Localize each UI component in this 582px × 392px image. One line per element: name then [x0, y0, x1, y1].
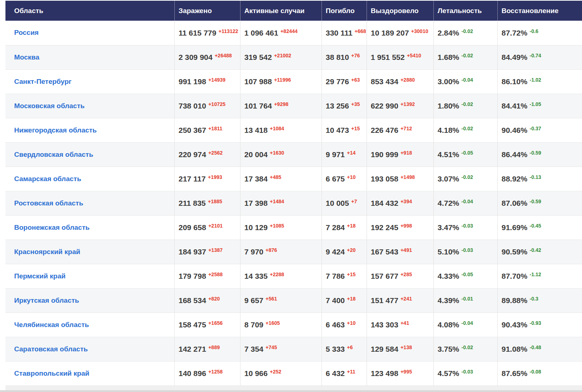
active-cell: 1 096 461+82444 [240, 21, 322, 45]
active-value: 9 657 [244, 296, 264, 305]
region-link[interactable]: Воронежская область [14, 224, 90, 231]
recovered-cell: 192 245+998 [367, 215, 433, 240]
active-value: 13 418 [244, 126, 268, 134]
recovery-delta: -0.3 [530, 296, 538, 302]
column-header-region[interactable]: Область [5, 1, 174, 21]
active-value: 10 966 [244, 369, 268, 377]
table-row: Самарская область217 117+199317 384+4856… [5, 167, 582, 191]
active-cell: 101 764+9298 [240, 94, 322, 118]
region-cell: Нижегородская область [5, 118, 174, 142]
column-header-recovered[interactable]: Выздоровело [367, 1, 433, 21]
active-cell: 17 384+485 [240, 167, 322, 191]
deaths-value: 38 810 [326, 53, 349, 61]
recovered-delta: +241 [400, 296, 412, 302]
infected-cell: 991 198+14939 [174, 69, 240, 94]
active-delta: +485 [270, 174, 282, 180]
recovery-cell: 87.70%-1.12 [497, 264, 582, 288]
infected-delta: +1885 [208, 199, 222, 204]
recovered-value: 1 951 552 [371, 53, 405, 61]
lethality-value: 4.33% [438, 272, 460, 280]
region-link[interactable]: Московская область [14, 102, 85, 110]
recovered-value: 151 477 [371, 296, 399, 305]
region-link[interactable]: Нижегородская область [14, 126, 97, 134]
lethality-value: 5.10% [438, 248, 460, 256]
infected-value: 991 198 [179, 77, 206, 86]
deaths-delta: +11 [347, 369, 355, 375]
region-link[interactable]: Ставропольский край [14, 369, 89, 377]
lethality-delta: -0.05 [461, 150, 473, 156]
region-link[interactable]: Самарская область [14, 175, 81, 183]
recovery-value: 87.70% [502, 272, 528, 280]
lethality-delta: -0.02 [461, 28, 473, 34]
deaths-cell: 6 675+10 [322, 167, 367, 191]
recovery-delta: -0.08 [530, 369, 541, 375]
column-header-active-cases[interactable]: Активные случаи [240, 1, 322, 21]
infected-delta: +2101 [208, 223, 222, 229]
column-header-infected[interactable]: Заражено [174, 1, 240, 21]
active-value: 319 542 [244, 53, 272, 61]
deaths-value: 9 424 [326, 248, 345, 256]
region-link[interactable]: Санкт-Петербург [14, 78, 72, 85]
region-cell: Ростовская область [5, 191, 174, 215]
table-row: Воронежская область209 658+210110 129+10… [5, 215, 582, 240]
table-row: Ростовская область211 835+188517 398+148… [5, 191, 582, 215]
deaths-delta: +10 [347, 174, 356, 180]
column-header-lethality[interactable]: Летальность [433, 1, 497, 21]
recovery-delta: -0.59 [530, 150, 541, 156]
deaths-value: 29 776 [326, 77, 349, 86]
region-link[interactable]: Москва [14, 53, 39, 61]
recovery-delta: -1.05 [530, 101, 541, 107]
recovered-delta: +285 [400, 271, 412, 277]
deaths-cell: 29 776+63 [322, 69, 367, 94]
region-link[interactable]: Челябинская область [14, 321, 89, 328]
lethality-value: 4.39% [438, 296, 460, 305]
region-link[interactable]: Иркутская область [14, 297, 79, 304]
region-cell: Московская область [5, 94, 174, 118]
infected-cell: 220 974+2562 [174, 142, 240, 167]
column-header-deaths[interactable]: Погибло [322, 1, 367, 21]
active-delta: +21002 [274, 53, 291, 58]
active-delta: +745 [266, 344, 277, 350]
infected-delta: +1656 [208, 320, 222, 326]
active-value: 10 129 [244, 223, 268, 232]
lethality-value: 4.72% [438, 199, 460, 207]
infected-cell: 140 896+1258 [174, 361, 240, 385]
recovery-cell: 87.65%-0.08 [497, 361, 582, 385]
recovered-value: 184 432 [371, 199, 399, 207]
infected-cell: 250 367+1811 [174, 118, 240, 142]
active-value: 20 004 [244, 150, 268, 159]
column-header-recovery-rate[interactable]: Восстановление [497, 1, 582, 21]
region-link[interactable]: Россия [14, 29, 39, 36]
recovered-value: 190 999 [371, 150, 399, 159]
region-link[interactable]: Красноярский край [14, 248, 80, 256]
infected-delta: +889 [208, 344, 220, 350]
region-link[interactable]: Свердловская область [14, 151, 93, 158]
recovered-delta: +995 [400, 369, 412, 375]
lethality-cell: 3.00%-0.04 [433, 69, 497, 94]
infected-value: 250 367 [179, 126, 206, 134]
recovery-cell: 86.10%-1.02 [497, 69, 582, 94]
deaths-value: 6 675 [326, 175, 345, 183]
region-link[interactable]: Пермский край [14, 272, 65, 280]
recovered-value: 167 543 [371, 248, 399, 256]
lethality-value: 3.47% [438, 223, 460, 232]
covid-stats-page: Область Заражено Активные случаи Погибло… [0, 0, 582, 392]
infected-value: 2 309 904 [179, 53, 213, 61]
recovered-cell: 853 434+2880 [367, 69, 433, 94]
lethality-delta: -0.04 [461, 199, 473, 204]
recovery-delta: -1.02 [530, 77, 541, 83]
table-row: Пермский край179 798+258814 335+22887 78… [5, 264, 582, 288]
deaths-cell: 6 432+11 [322, 361, 367, 385]
deaths-value: 10 473 [326, 126, 349, 134]
recovery-value: 87.65% [502, 369, 528, 377]
region-cell: Ставропольский край [5, 361, 174, 385]
deaths-delta: +18 [347, 296, 356, 302]
table-row: Санкт-Петербург991 198+14939107 988+1199… [5, 69, 582, 94]
infected-delta: +14939 [208, 77, 225, 83]
infected-cell: 11 615 779+113122 [174, 21, 240, 45]
region-link[interactable]: Ростовская область [14, 199, 83, 207]
infected-delta: +1258 [208, 369, 222, 375]
region-link[interactable]: Саратовская область [14, 345, 88, 353]
recovery-delta: -0.37 [530, 126, 541, 131]
recovery-delta: -0.74 [530, 53, 541, 58]
